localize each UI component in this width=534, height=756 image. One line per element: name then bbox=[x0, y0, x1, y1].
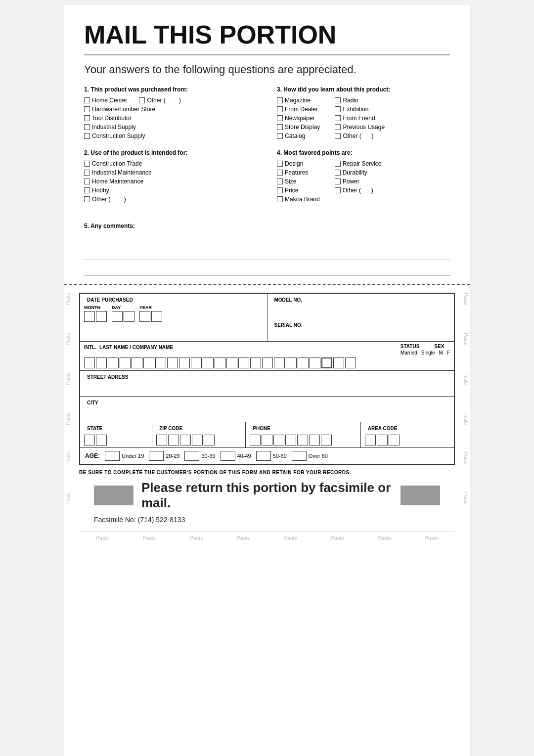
month-box-1[interactable] bbox=[84, 311, 95, 322]
name-box[interactable] bbox=[310, 357, 320, 368]
day-box-2[interactable] bbox=[124, 311, 134, 322]
zip-box[interactable] bbox=[192, 435, 203, 445]
checkbox-tool-dist[interactable] bbox=[84, 115, 90, 121]
year-box-1[interactable] bbox=[139, 311, 150, 322]
phone-box[interactable] bbox=[321, 435, 332, 445]
checkbox-features[interactable] bbox=[277, 170, 283, 176]
area-box[interactable] bbox=[389, 435, 400, 445]
street-field[interactable] bbox=[84, 381, 450, 394]
checkbox-other4[interactable] bbox=[335, 187, 341, 193]
name-box[interactable] bbox=[274, 357, 285, 368]
checkbox-size[interactable] bbox=[277, 178, 283, 184]
phone-box[interactable] bbox=[285, 435, 296, 445]
checkbox-hardware[interactable] bbox=[84, 106, 90, 112]
name-box[interactable] bbox=[321, 357, 332, 368]
age-box-50-60[interactable] bbox=[256, 451, 271, 461]
last-name-label: LAST NAME / COMPANY NAME bbox=[99, 345, 173, 350]
age-box-40-49[interactable] bbox=[221, 451, 235, 461]
list-item: Construction Trade bbox=[84, 160, 257, 167]
name-box[interactable] bbox=[179, 357, 190, 368]
checkbox-exhibition[interactable] bbox=[335, 106, 341, 112]
serial-no-field[interactable] bbox=[271, 329, 450, 339]
checkbox-prev-usage[interactable] bbox=[335, 124, 341, 130]
phone-box[interactable] bbox=[250, 435, 261, 445]
side-paste-right-4: Paste bbox=[463, 412, 469, 425]
checkbox-other3[interactable] bbox=[335, 133, 341, 139]
checkbox-construction-supply[interactable] bbox=[84, 133, 90, 139]
checkbox-construction-trade[interactable] bbox=[84, 161, 90, 167]
checkbox-home-maint[interactable] bbox=[84, 178, 90, 184]
city-field[interactable] bbox=[84, 407, 450, 420]
name-box[interactable] bbox=[226, 357, 237, 368]
age-box-under19[interactable] bbox=[105, 451, 120, 461]
divider bbox=[84, 54, 450, 55]
name-box[interactable] bbox=[155, 357, 166, 368]
day-box-1[interactable] bbox=[112, 311, 123, 322]
list-item: Home Maintenance bbox=[84, 178, 257, 185]
phone-box[interactable] bbox=[273, 435, 284, 445]
name-box[interactable] bbox=[238, 357, 249, 368]
checkbox-industrial-supply[interactable] bbox=[84, 124, 90, 130]
checkbox-home-center[interactable] bbox=[84, 97, 90, 103]
name-box[interactable] bbox=[191, 357, 202, 368]
name-box[interactable] bbox=[108, 357, 119, 368]
phone-box[interactable] bbox=[297, 435, 308, 445]
year-box-2[interactable] bbox=[151, 311, 162, 322]
name-box[interactable] bbox=[132, 357, 142, 368]
comment-line-1[interactable] bbox=[84, 232, 450, 244]
phone-box[interactable] bbox=[309, 435, 320, 445]
single-label: Single bbox=[421, 350, 435, 356]
area-box[interactable] bbox=[377, 435, 388, 445]
paste-7: Paste bbox=[377, 535, 391, 541]
name-box[interactable] bbox=[143, 357, 154, 368]
zip-box[interactable] bbox=[156, 435, 167, 445]
name-box[interactable] bbox=[96, 357, 107, 368]
checkbox-price[interactable] bbox=[277, 187, 283, 193]
checkbox-durability[interactable] bbox=[335, 170, 341, 176]
section1: 1. This product was purchased from: Home… bbox=[84, 86, 257, 141]
checkbox-radio[interactable] bbox=[335, 97, 341, 103]
state-box[interactable] bbox=[84, 435, 95, 445]
state-box[interactable] bbox=[96, 435, 107, 445]
phone-box[interactable] bbox=[262, 435, 272, 445]
checkbox-other2[interactable] bbox=[84, 196, 90, 202]
checkbox-magazine[interactable] bbox=[277, 97, 283, 103]
checkbox-catalog[interactable] bbox=[277, 133, 283, 139]
name-box[interactable] bbox=[203, 357, 214, 368]
name-box[interactable] bbox=[167, 357, 178, 368]
checkbox-store-display[interactable] bbox=[277, 124, 283, 130]
checkbox-makita[interactable] bbox=[277, 196, 283, 202]
comment-line-2[interactable] bbox=[84, 248, 450, 260]
checkbox-industrial-maint[interactable] bbox=[84, 170, 90, 176]
checkbox-from-friend[interactable] bbox=[335, 115, 341, 121]
area-box[interactable] bbox=[365, 435, 376, 445]
name-box[interactable] bbox=[120, 357, 131, 368]
zip-box[interactable] bbox=[168, 435, 179, 445]
checkbox-repair-service[interactable] bbox=[335, 161, 341, 167]
model-no-field[interactable] bbox=[271, 304, 450, 319]
section4: 4. Most favored points are: Design Featu… bbox=[277, 149, 450, 205]
age-box-30-39[interactable] bbox=[184, 451, 199, 461]
age-box-20-29[interactable] bbox=[149, 451, 164, 461]
name-box[interactable] bbox=[333, 357, 344, 368]
checkbox-other1[interactable] bbox=[139, 97, 145, 103]
checkbox-hobby[interactable] bbox=[84, 187, 90, 193]
checkbox-design[interactable] bbox=[277, 161, 283, 167]
age-box-over60[interactable] bbox=[292, 451, 307, 461]
name-box[interactable] bbox=[298, 357, 309, 368]
name-box[interactable] bbox=[250, 357, 261, 368]
section2-title: 2. Use of the product is intended for: bbox=[84, 149, 257, 156]
age-label: AGE: bbox=[85, 452, 100, 459]
checkbox-newspaper[interactable] bbox=[277, 115, 283, 121]
name-box[interactable] bbox=[215, 357, 225, 368]
name-box[interactable] bbox=[286, 357, 297, 368]
zip-box[interactable] bbox=[180, 435, 191, 445]
checkbox-from-dealer[interactable] bbox=[277, 106, 283, 112]
comment-line-3[interactable] bbox=[84, 264, 450, 276]
name-box[interactable] bbox=[345, 357, 356, 368]
name-box[interactable] bbox=[84, 357, 95, 368]
checkbox-power[interactable] bbox=[335, 178, 341, 184]
zip-box[interactable] bbox=[204, 435, 215, 445]
month-box-2[interactable] bbox=[96, 311, 107, 322]
name-box[interactable] bbox=[262, 357, 273, 368]
